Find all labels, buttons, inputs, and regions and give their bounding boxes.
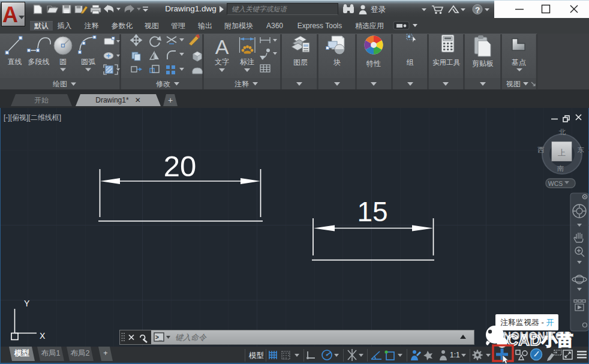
svg-text:视图: 视图 bbox=[506, 80, 521, 88]
svg-text:注释: 注释 bbox=[235, 80, 249, 88]
svg-text:?: ? bbox=[475, 5, 480, 14]
svg-text:实用工具: 实用工具 bbox=[432, 59, 461, 67]
svg-text:绘图: 绘图 bbox=[53, 80, 67, 88]
svg-text:剪贴板: 剪贴板 bbox=[472, 59, 494, 68]
svg-text:圆弧: 圆弧 bbox=[81, 58, 96, 66]
svg-text:东: 东 bbox=[577, 146, 584, 154]
svg-text:直线: 直线 bbox=[8, 58, 22, 66]
svg-text:多段线: 多段线 bbox=[28, 58, 50, 66]
svg-text:文字: 文字 bbox=[215, 58, 229, 66]
svg-text:图层: 图层 bbox=[293, 58, 308, 67]
svg-text:南: 南 bbox=[557, 165, 564, 172]
svg-text:1:1: 1:1 bbox=[450, 351, 460, 359]
svg-text:基点: 基点 bbox=[512, 58, 526, 67]
svg-text:X: X bbox=[40, 331, 46, 341]
svg-text:登录: 登录 bbox=[371, 5, 386, 14]
svg-text:标注: 标注 bbox=[240, 58, 254, 66]
svg-text:块: 块 bbox=[333, 58, 341, 67]
svg-text:圆: 圆 bbox=[59, 58, 67, 66]
svg-text:模型: 模型 bbox=[248, 351, 264, 360]
svg-text:键入命令: 键入命令 bbox=[175, 333, 207, 342]
svg-text:上: 上 bbox=[558, 148, 566, 157]
svg-text:Y: Y bbox=[24, 299, 30, 308]
svg-text:组: 组 bbox=[406, 58, 414, 67]
svg-text:西: 西 bbox=[537, 146, 545, 154]
svg-text:A: A bbox=[2, 2, 18, 27]
svg-text:>_: >_ bbox=[155, 334, 163, 341]
svg-text:北: 北 bbox=[558, 128, 566, 136]
svg-text:特性: 特性 bbox=[366, 59, 381, 68]
svg-text:A: A bbox=[215, 35, 229, 58]
svg-text:20: 20 bbox=[164, 150, 197, 182]
svg-text:15: 15 bbox=[357, 196, 387, 227]
svg-text:WCS: WCS bbox=[548, 180, 563, 187]
svg-text:修改: 修改 bbox=[156, 80, 170, 88]
